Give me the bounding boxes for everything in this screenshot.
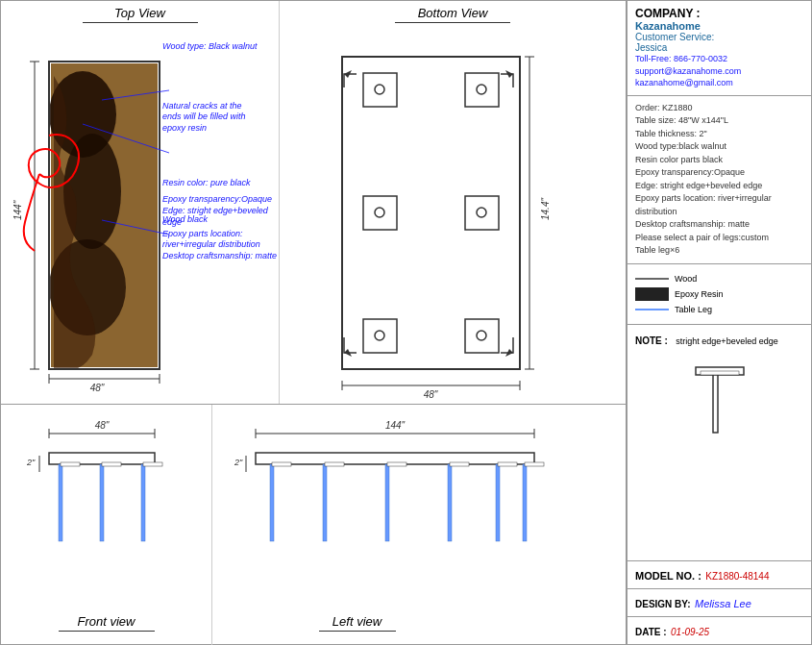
table-thickness: Table thickness: 2"	[635, 128, 803, 141]
svg-rect-68	[448, 464, 452, 541]
epoxy-transparency: Epoxy transparency:Opaque	[635, 166, 803, 180]
note-leg-svg	[681, 358, 758, 454]
resin-color: Resin color parts black	[635, 154, 803, 167]
red-spiral-svg	[11, 126, 87, 260]
front-view-title: Front view	[59, 614, 155, 632]
resin-color-annotation: Resin color: pure black	[162, 178, 279, 189]
drawing-area: Top View 144" 48"	[1, 1, 627, 644]
svg-point-12	[49, 239, 126, 335]
natural-cracks-annotation: Natural cracks at theends will be filled…	[162, 101, 279, 135]
svg-rect-65	[325, 462, 344, 466]
svg-point-11	[63, 134, 121, 249]
svg-rect-30	[363, 319, 397, 353]
svg-text:2": 2"	[26, 458, 36, 467]
design-section: DESIGN BY: Melissa Lee	[627, 589, 811, 617]
svg-rect-52	[102, 462, 121, 466]
front-view-section: 48" 2"	[1, 405, 212, 645]
svg-rect-22	[363, 73, 397, 107]
design-value: Melissa Lee	[695, 598, 751, 609]
svg-text:144": 144"	[12, 200, 23, 220]
svg-line-16	[102, 220, 169, 235]
left-view-svg: 144" 2"	[217, 409, 592, 640]
top-view-title: Top View	[83, 6, 198, 23]
svg-rect-64	[323, 464, 327, 541]
email2: kazanahome@gmail.com	[635, 77, 803, 89]
company-name: Kazanahome	[635, 20, 803, 32]
wood-label: Wood	[675, 274, 697, 284]
legs-select: Please select a pair of legs:custom	[635, 232, 803, 245]
svg-rect-9	[51, 63, 158, 367]
legend-section: Wood Epoxy Resin Table Leg	[627, 264, 811, 325]
epoxy-location: Epoxy parts location: river+irregular di…	[635, 192, 803, 218]
left-view-title: Left view	[319, 614, 396, 632]
desktop-annotation: Desktop craftsmanship: matte	[162, 251, 279, 262]
main-container: Top View 144" 48"	[0, 0, 812, 645]
left-view-section: 144" 2"	[212, 405, 626, 645]
svg-rect-50	[61, 462, 80, 466]
svg-text:48": 48"	[90, 383, 105, 393]
svg-rect-73	[525, 462, 544, 466]
svg-text:48": 48"	[95, 420, 110, 431]
top-view-section: Top View 144" 48"	[1, 1, 280, 404]
tableleg-label: Table Leg	[675, 305, 712, 314]
customer-service-name: Jessica	[635, 42, 803, 53]
toll-free: Toll-Free: 866-770-0032	[635, 53, 803, 65]
svg-line-15	[83, 124, 169, 153]
front-view-svg: 48" 2"	[6, 409, 217, 640]
note-text: stright edge+beveled edge	[676, 336, 777, 346]
top-views-row: Top View 144" 48"	[1, 1, 626, 405]
svg-rect-70	[496, 464, 500, 541]
design-label: DESIGN BY:	[635, 599, 691, 609]
note-section: NOTE : stright edge+beveled edge	[627, 325, 811, 561]
order-section: Order: KZ1880 Table size: 48"W x144"L Ta…	[627, 96, 811, 264]
svg-rect-75	[713, 375, 718, 433]
svg-rect-72	[523, 464, 527, 541]
epoxy-icon	[635, 287, 669, 301]
svg-line-14	[102, 90, 169, 100]
model-value: KZ1880-48144	[705, 571, 769, 582]
svg-rect-8	[49, 62, 160, 369]
note-label: NOTE :	[635, 335, 668, 346]
svg-rect-69	[450, 462, 469, 466]
email1: support@kazanahome.com	[635, 65, 803, 78]
date-value: 01-09-25	[671, 627, 709, 637]
legend-wood: Wood	[635, 274, 803, 284]
customer-service-label: Customer Service:	[635, 32, 803, 42]
svg-point-10	[49, 71, 116, 158]
svg-text:14.4": 14.4"	[540, 198, 551, 220]
svg-rect-53	[141, 464, 145, 541]
svg-rect-49	[59, 464, 62, 541]
date-section: DATE : 01-09-25	[627, 617, 811, 644]
order-num: Order: KZ1880	[635, 102, 803, 115]
svg-rect-63	[272, 462, 291, 466]
table-size: Table size: 48"W x144"L	[635, 114, 803, 128]
annotations-container: Wood type: Black walnut Natural cracks a…	[162, 41, 279, 262]
bottom-views-row: 48" 2"	[1, 405, 626, 645]
svg-rect-13	[49, 62, 160, 369]
svg-rect-66	[385, 464, 389, 541]
legend-tableleg: Table Leg	[635, 305, 803, 314]
svg-text:48": 48"	[424, 389, 438, 400]
svg-rect-32	[465, 319, 499, 353]
date-label: DATE :	[635, 627, 667, 637]
svg-rect-76	[701, 371, 739, 375]
wood-type-annotation: Wood type: Black walnut	[162, 41, 279, 53]
model-label: MODEL NO. :	[635, 570, 701, 582]
svg-rect-71	[498, 462, 517, 466]
bottom-view-svg: 14.4" 48"	[284, 28, 621, 412]
company-section: COMPANY : Kazanahome Customer Service: J…	[627, 1, 811, 96]
svg-text:144": 144"	[385, 420, 406, 431]
wood-icon	[635, 278, 669, 280]
craftsmanship: Desktop craftsmanship: matte	[635, 218, 803, 232]
note-container: NOTE : stright edge+beveled edge	[635, 331, 803, 348]
svg-rect-24	[465, 73, 499, 107]
epoxy-transparency-annotation: Epoxy transparency:Opaque	[162, 194, 279, 206]
wood-black-label: Wood black	[162, 214, 208, 224]
bottom-view-section: Bottom View	[280, 1, 626, 404]
right-panel: COMPANY : Kazanahome Customer Service: J…	[627, 1, 811, 644]
wood-type: Wood type:black walnut	[635, 140, 803, 154]
legend-epoxy: Epoxy Resin	[635, 287, 803, 301]
tableleg-icon	[635, 309, 669, 310]
bottom-view-title: Bottom View	[395, 6, 510, 23]
svg-rect-54	[143, 462, 162, 466]
